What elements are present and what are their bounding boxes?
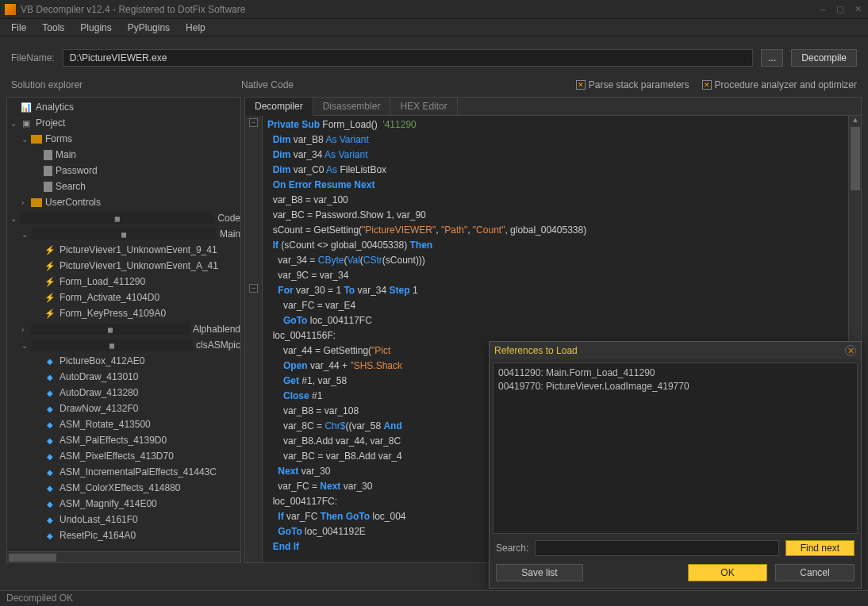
status-text: Decompiled OK [6, 593, 73, 604]
menu-tools[interactable]: Tools [34, 21, 72, 35]
method-icon: ◆ [44, 419, 56, 430]
tree-item[interactable]: ⚡Form_Activate_4104D0 [7, 290, 240, 305]
tree-item-label: Alphablend [193, 324, 240, 335]
scrollbar-thumb[interactable] [851, 127, 860, 190]
procedure-analyzer-checkbox[interactable]: ✕ Procedure analyzer and optimizer [702, 79, 857, 90]
tree-item[interactable]: ◆AutoDraw_413280 [7, 385, 240, 401]
checkbox-icon: ✕ [576, 80, 586, 90]
tree-item[interactable]: ◆AutoDraw_413010 [7, 369, 240, 385]
tree-arrow-icon: ⌄ [21, 341, 31, 350]
filename-label: FileName: [11, 52, 55, 63]
tree-item[interactable]: ⚡PictureViever1_UnknownEvent_A_41 [7, 258, 240, 274]
procedure-analyzer-label: Procedure analyzer and optimizer [715, 79, 857, 90]
tree-arrow-icon: ⌄ [21, 135, 31, 144]
native-code-label: Native Code [241, 79, 563, 90]
tree-item[interactable]: Main [7, 147, 240, 163]
tree-item[interactable]: ◆ASM_PalEffects_4139D0 [7, 432, 240, 448]
minimize-button[interactable]: ─ [817, 4, 828, 15]
bolt-icon: ⚡ [44, 292, 56, 303]
tree-horizontal-scrollbar[interactable] [7, 551, 240, 562]
fold-icon[interactable]: − [249, 118, 258, 127]
dialog-close-icon[interactable]: ✕ [845, 345, 856, 356]
scrollbar-thumb[interactable] [9, 554, 56, 562]
method-icon: ◆ [44, 514, 56, 525]
dialog-titlebar[interactable]: References to Load ✕ [490, 342, 861, 359]
solution-explorer-panel: 📊Analytics⌄▣Project⌄FormsMainPasswordSea… [6, 97, 241, 563]
method-icon: ◆ [44, 466, 56, 478]
tree-item-label: Password [56, 165, 98, 176]
code-gutter[interactable]: − − [245, 116, 263, 562]
tree-item-label: Main [56, 149, 76, 160]
dialog-buttons: Save list OK Cancel [490, 559, 861, 588]
tree-item-label: ASM_Magnify_414E00 [60, 498, 157, 509]
tree-item[interactable]: ⌄▦Main [7, 226, 240, 242]
filename-bar: FileName: ... Decompile [0, 36, 868, 76]
tree-item-label: ASM_PixelEffects_413D70 [60, 451, 174, 462]
tree-item[interactable]: Password [7, 163, 240, 178]
tree-item[interactable]: ◆ASM_Rotate_413500 [7, 416, 240, 432]
tree-arrow-icon: ⌄ [21, 230, 31, 239]
tree-item[interactable]: ◆ASM_IncrementalPalEffects_41443C [7, 464, 240, 480]
scroll-up-icon[interactable]: ▲ [851, 116, 860, 125]
save-list-button[interactable]: Save list [496, 564, 583, 581]
parse-stack-checkbox[interactable]: ✕ Parse stack parameters [576, 79, 689, 90]
filename-input[interactable] [63, 49, 754, 67]
references-list[interactable]: 00411290: Main.Form_Load_41129000419770:… [493, 362, 858, 534]
tree-item-label: Search [56, 181, 86, 192]
tree-arrow-icon: › [21, 325, 31, 334]
tree-item[interactable]: 📊Analytics [7, 99, 240, 115]
tree-arrow-icon: ⌄ [10, 214, 20, 223]
tree-item-label: Project [36, 117, 65, 128]
tree-item[interactable]: ›▦Alphablend [7, 321, 240, 337]
tree-item[interactable]: ◆ASM_Magnify_414E00 [7, 496, 240, 512]
decompile-button[interactable]: Decompile [791, 49, 857, 67]
tree-item[interactable]: ◆DrawNow_4132F0 [7, 401, 240, 416]
tree-item[interactable]: ⚡PictureViever1_UnknownEvent_9_41 [7, 242, 240, 258]
solution-tree[interactable]: 📊Analytics⌄▣Project⌄FormsMainPasswordSea… [7, 98, 240, 551]
search-input[interactable] [535, 540, 778, 556]
cancel-button[interactable]: Cancel [775, 564, 855, 581]
tab-decompiler[interactable]: Decompiler [245, 98, 313, 116]
tree-item[interactable]: ◆ASM_PixelEffects_413D70 [7, 448, 240, 464]
section-header-row: Solution explorer Native Code ✕ Parse st… [0, 76, 868, 97]
checkbox-icon: ✕ [702, 80, 712, 90]
tree-item[interactable]: ›UserControls [7, 194, 240, 210]
tree-item[interactable]: ⚡Form_Load_411290 [7, 274, 240, 290]
tree-item[interactable]: ⌄▣Project [7, 115, 240, 131]
method-icon: ◆ [44, 498, 56, 509]
folder-icon [31, 135, 42, 144]
tree-item[interactable]: ⌄▦Code [7, 210, 240, 226]
reference-item[interactable]: 00411290: Main.Form_Load_411290 [498, 366, 852, 380]
tree-item[interactable]: ◆ASM_ColorXEffects_414880 [7, 480, 240, 496]
bolt-icon: ⚡ [44, 244, 56, 255]
menu-pyplugins[interactable]: PyPlugins [120, 21, 178, 35]
fold-icon[interactable]: − [249, 284, 258, 293]
tree-item[interactable]: ⌄▦clsASMpic [7, 337, 240, 353]
tree-item-label: Form_Load_411290 [60, 276, 145, 287]
tree-item[interactable]: ◆PictureBox_412AE0 [7, 353, 240, 369]
tree-item[interactable]: ⌄Forms [7, 131, 240, 147]
tab-disassembler[interactable]: Disassembler [313, 98, 391, 115]
find-next-button[interactable]: Find next [785, 540, 855, 556]
tab-hex-editor[interactable]: HEX Editor [390, 98, 457, 115]
menu-plugins[interactable]: Plugins [72, 21, 119, 35]
tree-item[interactable]: ◆UndoLast_4161F0 [7, 512, 240, 527]
ok-button[interactable]: OK [688, 564, 767, 581]
code-icon: ▦ [31, 228, 217, 240]
method-icon: ◆ [44, 387, 56, 398]
statusbar: Decompiled OK [0, 590, 868, 606]
tree-item-label: Code [217, 213, 240, 224]
references-dialog: References to Load ✕ 00411290: Main.Form… [489, 341, 862, 589]
tree-item[interactable]: ⚡Form_KeyPress_4109A0 [7, 305, 240, 321]
window-title: VB Decompiler v12.4 - Registered to DotF… [21, 4, 817, 15]
reference-item[interactable]: 00419770: PictureViever.LoadImage_419770 [498, 380, 852, 393]
maximize-button[interactable]: ▢ [835, 4, 846, 15]
menu-file[interactable]: File [3, 21, 34, 35]
file-icon [44, 150, 52, 160]
tree-item[interactable]: ◆ResetPic_4164A0 [7, 527, 240, 543]
close-button[interactable]: ✕ [852, 4, 863, 15]
tree-item[interactable]: Search [7, 178, 240, 194]
menu-help[interactable]: Help [178, 21, 213, 35]
code-icon: ▦ [31, 324, 190, 335]
browse-button[interactable]: ... [761, 49, 783, 67]
